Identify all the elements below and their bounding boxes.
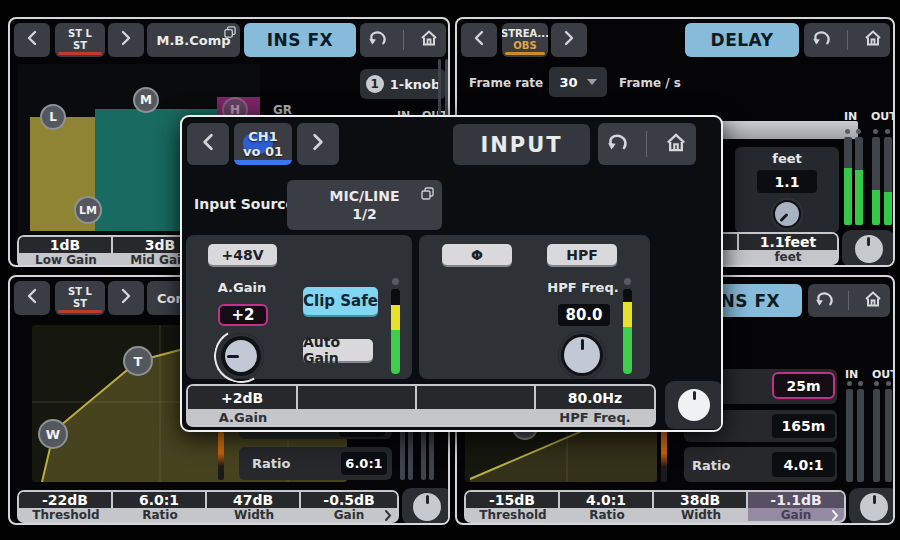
param-value[interactable]: [417, 386, 536, 409]
hpf-button[interactable]: HPF: [547, 244, 617, 265]
meter-peak-dot: [874, 381, 879, 386]
divider: [847, 30, 848, 50]
param-bar: -15dB 4.0:1 38dB -1.1dB Threshold Ratio …: [464, 490, 846, 523]
nav-group: [360, 23, 446, 57]
channel-select-button[interactable]: ST L ST: [55, 281, 105, 315]
next-channel-button[interactable]: [551, 23, 587, 57]
auto-gain-button[interactable]: Auto Gain: [303, 339, 373, 361]
more-params-chevron[interactable]: [384, 510, 392, 523]
attack-value[interactable]: 25m: [772, 372, 835, 399]
param-value[interactable]: 4.0:1: [560, 492, 654, 508]
param-value[interactable]: 6.0:1: [113, 492, 207, 508]
out-meter: [884, 137, 892, 225]
param-value[interactable]: -15dB: [466, 492, 560, 508]
param-label: Width: [207, 508, 301, 522]
library-button[interactable]: M.B.Comp: [147, 23, 240, 57]
next-channel-button[interactable]: [108, 281, 144, 315]
next-channel-button[interactable]: [108, 23, 144, 57]
channel-name2: ST: [73, 298, 87, 310]
param-value[interactable]: 47dB: [207, 492, 301, 508]
divider: [646, 131, 647, 156]
prev-channel-button[interactable]: [187, 123, 229, 165]
phantom-48v-button[interactable]: +48V: [208, 244, 277, 265]
more-params-chevron[interactable]: [831, 510, 839, 523]
touch-and-turn-knob-button[interactable]: [402, 488, 450, 525]
input-dialog: CH1 vo 01 INPUT Input Source MIC/LINE 1/…: [180, 115, 723, 432]
home-icon[interactable]: [863, 290, 883, 312]
one-knob-button[interactable]: 1 1-knob: [360, 69, 446, 99]
clip-safe-button[interactable]: Clip Safe: [303, 287, 378, 315]
input-level-meter: [391, 289, 400, 374]
frame-rate-unit: Frame / s: [619, 76, 681, 90]
channel-select-button[interactable]: CH1 vo 01: [234, 123, 292, 165]
param-value[interactable]: +2dB: [188, 386, 298, 409]
again-knob[interactable]: [218, 333, 264, 379]
channel-name: ST L: [68, 286, 92, 298]
dialog-title: INPUT: [453, 124, 590, 165]
nav-group: [808, 284, 890, 317]
prev-channel-button[interactable]: [461, 23, 497, 57]
in-meter: [857, 389, 864, 482]
home-icon[interactable]: [664, 132, 688, 157]
chevron-right-icon: [120, 30, 132, 50]
undo-icon[interactable]: [812, 30, 832, 50]
threshold-handle[interactable]: T: [123, 346, 153, 376]
low-band-handle[interactable]: L: [40, 104, 66, 130]
home-icon[interactable]: [419, 29, 439, 51]
prev-channel-button[interactable]: [14, 23, 50, 57]
param-label-selected: Gain: [748, 508, 844, 522]
undo-icon[interactable]: [815, 291, 835, 311]
again-value[interactable]: +2: [218, 304, 268, 326]
meter-peak-dot: [885, 129, 890, 134]
channel-color-bar: [58, 310, 102, 313]
chevron-left-icon: [201, 133, 215, 155]
one-knob-label: 1-knob: [390, 77, 441, 92]
channel-select-button[interactable]: STREA... OBS: [502, 23, 548, 57]
screen-title-tab: INS FX: [244, 23, 356, 57]
chevron-right-icon: [120, 288, 132, 308]
param-value[interactable]: 80.0Hz: [536, 386, 654, 409]
touch-and-turn-knob-button[interactable]: [849, 488, 895, 525]
channel-name2: vo 01: [243, 144, 283, 159]
input-source-label: Input Source: [194, 196, 295, 212]
next-channel-button[interactable]: [297, 123, 339, 165]
release-value[interactable]: 165m: [772, 414, 835, 438]
hpf-freq-value[interactable]: 80.0: [558, 304, 610, 326]
ratio-value[interactable]: 4.0:1: [772, 452, 835, 477]
param-value[interactable]: 1dB: [19, 237, 113, 253]
divider: [848, 291, 849, 311]
touch-and-turn-knob-button[interactable]: [842, 230, 895, 267]
meter-peak-dot: [886, 381, 891, 386]
delay-feet-box: feet 1.1: [735, 147, 839, 233]
param-value[interactable]: [298, 386, 417, 409]
hpf-freq-knob[interactable]: [558, 331, 606, 379]
param-value[interactable]: -22dB: [19, 492, 113, 508]
mid-band-handle[interactable]: M: [133, 87, 159, 113]
width-handle[interactable]: W: [38, 419, 68, 449]
home-icon[interactable]: [863, 29, 883, 51]
meter-edge: [445, 59, 448, 117]
param-value[interactable]: -0.5dB: [301, 492, 397, 508]
ratio-value[interactable]: 6.0:1: [341, 452, 387, 475]
channel-select-button[interactable]: ST L ST: [55, 23, 105, 57]
again-label: A.Gain: [212, 280, 272, 295]
param-value[interactable]: 38dB: [654, 492, 748, 508]
low-mid-crossover-handle[interactable]: LM: [74, 196, 102, 224]
in-meter: [846, 389, 853, 482]
input-source-button[interactable]: MIC/LINE 1/2: [287, 180, 442, 230]
out-meter: [872, 137, 880, 225]
prev-channel-button[interactable]: [14, 281, 50, 315]
touch-and-turn-knob-button[interactable]: [665, 381, 723, 429]
delay-knob[interactable]: [770, 197, 804, 231]
feet-value[interactable]: 1.1: [757, 170, 817, 193]
param-value[interactable]: 1.1feet: [739, 234, 837, 250]
phase-button[interactable]: Φ: [442, 244, 512, 265]
param-bar: +2dB 80.0Hz A.Gain HPF Freq.: [186, 384, 656, 427]
param-value-selected[interactable]: -1.1dB: [748, 492, 844, 508]
param-label: [417, 409, 536, 425]
undo-icon[interactable]: [606, 133, 630, 155]
frame-rate-dropdown[interactable]: 30: [549, 67, 607, 97]
undo-icon[interactable]: [368, 30, 388, 50]
input-source-value2: 1/2: [352, 205, 377, 223]
frame-rate-label: Frame rate: [469, 76, 543, 90]
